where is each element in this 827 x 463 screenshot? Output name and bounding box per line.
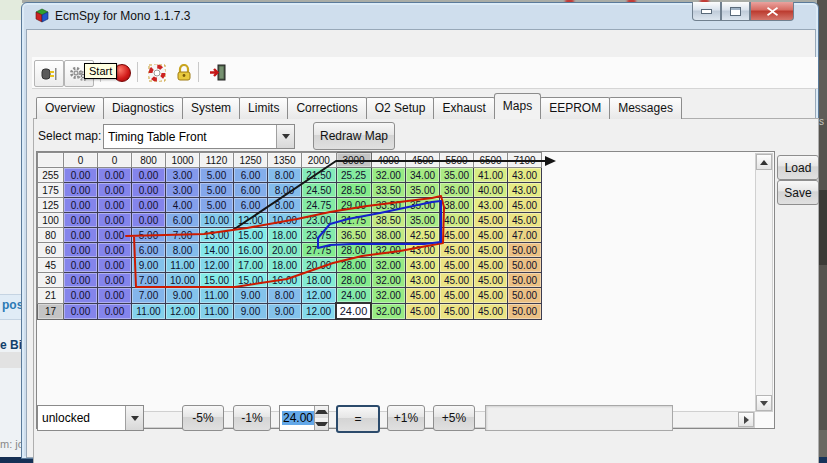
col-header-0[interactable]: 0 [98, 153, 132, 168]
cell-80-3000[interactable]: 36.50 [336, 228, 371, 243]
cell-175-1250[interactable]: 6.00 [234, 183, 268, 198]
row-header-60[interactable]: 60 [38, 243, 64, 258]
cell-60-0[interactable]: 0.00 [98, 243, 132, 258]
cell-175-1350[interactable]: 8.00 [268, 183, 302, 198]
tab-limits[interactable]: Limits [239, 97, 288, 119]
value-spinner[interactable]: 24.00 [279, 405, 329, 431]
cell-45-7100[interactable]: 50.00 [508, 258, 542, 273]
maximize-button[interactable] [721, 2, 750, 21]
cell-80-0[interactable]: 0.00 [64, 228, 98, 243]
load-button[interactable]: Load [777, 155, 819, 180]
cell-17-1000[interactable]: 12.00 [166, 303, 200, 319]
col-header-3000[interactable]: 3000 [336, 153, 371, 168]
cell-175-4000[interactable]: 33.50 [371, 183, 406, 198]
cell-30-4000[interactable]: 32.00 [371, 273, 406, 288]
col-header-4500[interactable]: 4500 [406, 153, 440, 168]
spinner-up-button[interactable] [315, 406, 328, 418]
cell-17-4500[interactable]: 45.00 [406, 303, 440, 319]
cell-17-1120[interactable]: 11.00 [200, 303, 234, 319]
cell-255-1120[interactable]: 5.00 [200, 168, 234, 183]
cell-255-1000[interactable]: 3.00 [166, 168, 200, 183]
cell-21-1250[interactable]: 9.00 [234, 288, 268, 304]
cell-125-5500[interactable]: 38.00 [440, 198, 474, 213]
cell-125-3000[interactable]: 29.00 [336, 198, 371, 213]
cell-21-4000[interactable]: 32.00 [371, 288, 406, 304]
cell-125-0[interactable]: 0.00 [64, 198, 98, 213]
adjust-status-field[interactable] [485, 405, 673, 431]
cell-125-1250[interactable]: 6.00 [234, 198, 268, 213]
cell-21-3000[interactable]: 24.00 [336, 288, 371, 304]
cell-60-1350[interactable]: 20.00 [268, 243, 302, 258]
cell-100-1000[interactable]: 6.00 [166, 213, 200, 228]
cell-125-1000[interactable]: 4.00 [166, 198, 200, 213]
row-header-45[interactable]: 45 [38, 258, 64, 273]
cell-255-0[interactable]: 0.00 [98, 168, 132, 183]
cell-255-4000[interactable]: 32.00 [371, 168, 406, 183]
cell-80-1000[interactable]: 7.00 [166, 228, 200, 243]
minus-5-percent-button[interactable]: -5% [182, 405, 224, 431]
col-header-1000[interactable]: 1000 [166, 153, 200, 168]
cell-30-0[interactable]: 0.00 [64, 273, 98, 288]
cell-175-0[interactable]: 0.00 [64, 183, 98, 198]
plus-1-percent-button[interactable]: +1% [387, 405, 425, 431]
map-select-dropdown-button[interactable] [276, 125, 294, 148]
cell-80-0[interactable]: 0.00 [98, 228, 132, 243]
cell-17-0[interactable]: 0.00 [64, 303, 98, 319]
connect-button[interactable] [34, 60, 64, 87]
col-header-2000[interactable]: 2000 [302, 153, 337, 168]
cell-45-2000[interactable]: 20.00 [302, 258, 337, 273]
cell-45-0[interactable]: 0.00 [64, 258, 98, 273]
cell-45-800[interactable]: 9.00 [132, 258, 166, 273]
cell-100-3000[interactable]: 31.75 [336, 213, 371, 228]
cell-255-1250[interactable]: 6.00 [234, 168, 268, 183]
tab-overview[interactable]: Overview [36, 97, 104, 119]
cell-60-1250[interactable]: 16.00 [234, 243, 268, 258]
cell-45-4000[interactable]: 32.00 [371, 258, 406, 273]
cell-255-3000[interactable]: 25.25 [336, 168, 371, 183]
cell-125-1350[interactable]: 8.00 [268, 198, 302, 213]
close-button[interactable] [750, 2, 794, 21]
cell-17-3000[interactable]: 24.00 [336, 303, 371, 319]
cell-45-3000[interactable]: 28.00 [336, 258, 371, 273]
cell-21-1350[interactable]: 8.00 [268, 288, 302, 304]
cell-45-1350[interactable]: 18.00 [268, 258, 302, 273]
cell-30-800[interactable]: 7.00 [132, 273, 166, 288]
cell-175-800[interactable]: 0.00 [132, 183, 166, 198]
cell-255-5500[interactable]: 35.00 [440, 168, 474, 183]
cell-45-6500[interactable]: 45.00 [474, 258, 508, 273]
col-header-800[interactable]: 800 [132, 153, 166, 168]
cell-45-1250[interactable]: 17.00 [234, 258, 268, 273]
cell-80-6500[interactable]: 45.00 [474, 228, 508, 243]
cell-255-2000[interactable]: 21.50 [302, 168, 337, 183]
scroll-down-button[interactable] [756, 395, 772, 411]
cell-21-0[interactable]: 0.00 [64, 288, 98, 304]
cell-100-1250[interactable]: 12.00 [234, 213, 268, 228]
vertical-scrollbar[interactable] [755, 153, 773, 412]
col-header-5500[interactable]: 5500 [440, 153, 474, 168]
cell-17-800[interactable]: 11.00 [132, 303, 166, 319]
cell-17-6500[interactable]: 45.00 [474, 303, 508, 319]
tab-o2-setup[interactable]: O2 Setup [366, 97, 435, 119]
cell-80-4500[interactable]: 42.50 [406, 228, 440, 243]
cell-100-0[interactable]: 0.00 [98, 213, 132, 228]
cell-45-4500[interactable]: 43.00 [406, 258, 440, 273]
cell-80-2000[interactable]: 23.75 [302, 228, 337, 243]
cell-30-3000[interactable]: 28.00 [336, 273, 371, 288]
map-select-combobox[interactable]: Timing Table Front [103, 124, 295, 149]
cell-21-1120[interactable]: 11.00 [200, 288, 234, 304]
cell-80-1350[interactable]: 18.00 [268, 228, 302, 243]
cell-100-2000[interactable]: 23.00 [302, 213, 337, 228]
cell-80-1120[interactable]: 13.00 [200, 228, 234, 243]
cell-255-1350[interactable]: 8.00 [268, 168, 302, 183]
lock-button[interactable] [170, 60, 198, 85]
cell-100-1120[interactable]: 10.00 [200, 213, 234, 228]
cell-255-4500[interactable]: 34.00 [406, 168, 440, 183]
tab-system[interactable]: System [182, 97, 240, 119]
cell-30-0[interactable]: 0.00 [98, 273, 132, 288]
lock-state-dropdown-button[interactable] [125, 406, 143, 430]
cell-30-1250[interactable]: 15.00 [234, 273, 268, 288]
cell-45-1120[interactable]: 12.00 [200, 258, 234, 273]
plus-5-percent-button[interactable]: +5% [433, 405, 475, 431]
row-header-175[interactable]: 175 [38, 183, 64, 198]
scroll-up-button[interactable] [756, 154, 772, 170]
